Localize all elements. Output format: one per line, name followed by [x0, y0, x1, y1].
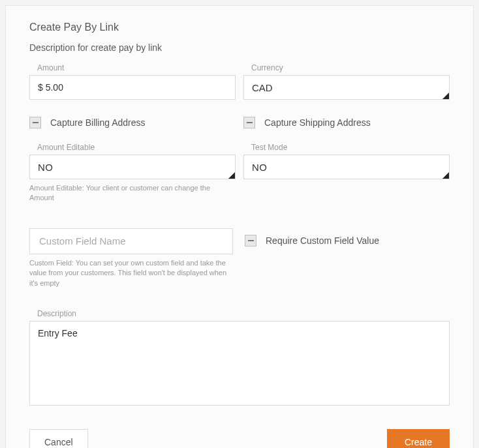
amount-editable-label: Amount Editable	[37, 143, 236, 152]
amount-editable-value: NO	[38, 162, 54, 173]
currency-select[interactable]: CAD	[243, 75, 450, 100]
require-custom-checkbox[interactable]	[245, 235, 256, 246]
amount-label: Amount	[37, 63, 236, 72]
custom-field-helper: Custom Field: You can set your own custo…	[29, 258, 233, 288]
dropdown-handle-icon	[228, 172, 235, 179]
description-label: Description	[37, 309, 450, 318]
currency-value: CAD	[252, 82, 273, 93]
modal-subtitle: Description for create pay by link	[29, 42, 450, 53]
currency-label: Currency	[251, 63, 450, 72]
cancel-button[interactable]: Cancel	[29, 429, 88, 448]
create-pay-by-link-modal: Create Pay By Link Description for creat…	[5, 5, 474, 448]
require-custom-label: Require Custom Field Value	[266, 235, 379, 246]
dropdown-handle-icon	[442, 93, 449, 99]
indeterminate-icon	[33, 122, 39, 123]
amount-editable-select[interactable]: NO	[29, 155, 236, 179]
capture-shipping-checkbox[interactable]	[243, 117, 255, 128]
test-mode-label: Test Mode	[251, 143, 450, 152]
amount-input[interactable]	[29, 75, 236, 100]
test-mode-value: NO	[252, 162, 268, 173]
capture-shipping-label: Capture Shipping Address	[264, 117, 371, 128]
amount-editable-helper: Amount Editable: Your client or customer…	[29, 183, 236, 203]
description-textarea[interactable]	[29, 321, 450, 406]
test-mode-select[interactable]: NO	[243, 155, 450, 179]
create-button[interactable]: Create	[387, 429, 450, 448]
indeterminate-icon	[247, 122, 253, 123]
capture-billing-checkbox[interactable]	[29, 117, 41, 128]
modal-title: Create Pay By Link	[29, 22, 450, 33]
capture-billing-label: Capture Billing Address	[50, 117, 146, 128]
custom-field-input[interactable]	[29, 228, 233, 254]
dropdown-handle-icon	[442, 172, 449, 179]
indeterminate-icon	[248, 240, 254, 241]
